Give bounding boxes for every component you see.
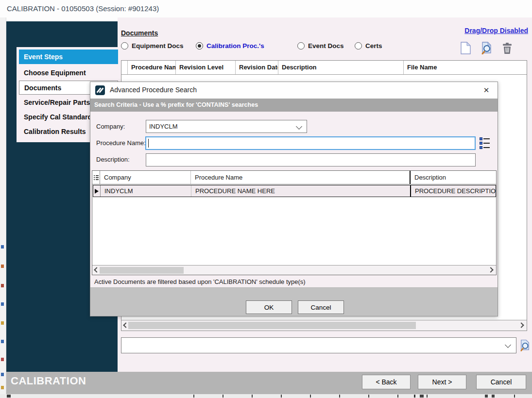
background-artifact [1,386,4,389]
col-revision-date[interactable]: Revision Date [236,61,278,74]
results-grid-hscrollbar[interactable] [92,265,496,275]
company-label: Company: [96,123,125,130]
background-artifact [7,395,11,398]
grid-col-company[interactable]: Company [100,171,191,184]
background-artifact [485,395,488,398]
search-document-icon [520,339,531,351]
app-logo-icon [95,85,105,95]
search-document-button[interactable] [480,41,494,55]
documents-table-header: Procedure Name Revision Level Revision D… [121,61,527,75]
radio-equipment-docs[interactable]: Equipment Docs [121,42,184,50]
col-description[interactable]: Description [278,61,404,74]
cell-procedure-name: PROCEDURE NAME HERE [191,185,411,197]
radio-label: Certs [365,42,382,50]
new-document-button[interactable] [459,41,472,55]
dialog-status-text: Active Documents are filtered based upon… [90,276,498,288]
grid-col-procedure-name[interactable]: Procedure Name [191,171,411,184]
procedure-list-button[interactable] [480,137,490,149]
background-artifact [414,395,415,398]
advanced-procedure-search-dialog: Advanced Procedure Search ✕ Search Crite… [90,82,498,316]
background-artifact [514,395,515,398]
procedure-name-label: Procedure Name: [96,139,146,147]
radio-calibration-procs[interactable]: Calibration Proc.'s [196,42,264,50]
list-icon [94,171,99,184]
event-steps-header: Event Steps [19,50,118,64]
back-button[interactable]: < Back [362,375,411,389]
header-gutter [121,61,128,74]
grid-corner-cell[interactable] [92,171,100,184]
current-row-pointer-icon [95,189,99,194]
radio-circle-selected-icon [196,42,203,50]
combo-search-button[interactable] [519,338,532,352]
cell-company: INDYCLM [101,185,191,197]
ok-button[interactable]: OK [246,300,292,314]
company-dropdown[interactable]: INDYCLM [146,120,307,133]
documents-table-hscrollbar[interactable] [121,320,527,331]
search-document-icon [481,42,493,54]
background-artifact [1,302,4,306]
close-icon[interactable]: ✕ [476,82,497,98]
result-row[interactable]: INDYCLM PROCEDURE NAME HERE PROCEDURE DE… [93,185,496,197]
dialog-footer [90,288,498,316]
wizard-title: CALIBRATION [11,375,86,387]
chevron-down-icon [296,123,302,130]
radio-certs[interactable]: Certs [355,42,382,50]
window-titlebar: CALIBRATION - 01050503 (Session: #901243… [0,0,532,17]
background-artifact [1,358,4,361]
text-caret [148,139,149,148]
background-artifact [1,284,4,287]
sidebar-item-choose-equipment[interactable]: Choose Equipment [19,66,118,80]
procedure-name-input[interactable] [145,136,476,150]
document-select-combo[interactable] [121,337,516,353]
search-criteria-header: Search Criteria - Use a % prefix for 'CO… [90,99,498,112]
radio-circle-icon [297,42,305,50]
delete-button[interactable] [500,41,514,55]
scroll-right-icon[interactable] [519,323,523,327]
scroll-left-icon[interactable] [95,268,99,272]
background-window-strip [0,394,532,398]
row-gutter [93,185,101,197]
dialog-title: Advanced Procedure Search [110,86,197,94]
description-label: Description: [96,156,130,163]
drag-drop-disabled-link[interactable]: Drag/Drop Disabled [464,27,528,34]
grid-col-description[interactable]: Description [411,171,496,184]
chevron-down-icon [505,342,511,348]
background-artifact [1,340,4,343]
cancel-button[interactable]: Cancel [476,375,526,389]
col-file-name[interactable]: File Name [404,61,527,74]
background-artifact [420,395,424,398]
hscrollbar-thumb[interactable] [100,267,184,274]
background-artifact [165,395,428,398]
trash-icon [502,42,513,54]
scroll-left-icon[interactable] [124,323,128,327]
radio-circle-icon [355,42,362,50]
radio-label: Event Docs [308,42,344,50]
hscrollbar-thumb[interactable] [128,322,416,329]
documents-section-title: Documents [121,29,158,37]
radio-circle-icon [121,42,128,50]
background-artifact [492,395,495,398]
radio-label: Calibration Proc.'s [206,42,264,50]
background-artifact [1,321,4,325]
background-artifact [1,245,4,249]
radio-event-docs[interactable]: Event Docs [297,42,344,50]
dialog-titlebar[interactable]: Advanced Procedure Search ✕ [90,82,498,99]
background-artifact [1,265,4,268]
results-grid-header: Company Procedure Name Description [92,171,496,184]
col-revision-level[interactable]: Revision Level [176,61,236,74]
dialog-cancel-button[interactable]: Cancel [298,300,344,314]
description-input[interactable] [146,153,476,166]
window-title: CALIBRATION - 01050503 (Session: #901243… [7,4,159,13]
company-value: INDYCLM [149,123,178,130]
radio-label: Equipment Docs [132,42,184,50]
next-button[interactable]: Next > [418,375,466,389]
background-artifact [1,373,4,376]
col-procedure-name[interactable]: Procedure Name [128,61,176,74]
cell-description: PROCEDURE DESCRIPTION [411,185,496,197]
procedure-results-grid: Company Procedure Name Description INDYC… [92,170,497,275]
scroll-right-icon[interactable] [489,268,493,272]
new-document-icon [460,42,471,54]
